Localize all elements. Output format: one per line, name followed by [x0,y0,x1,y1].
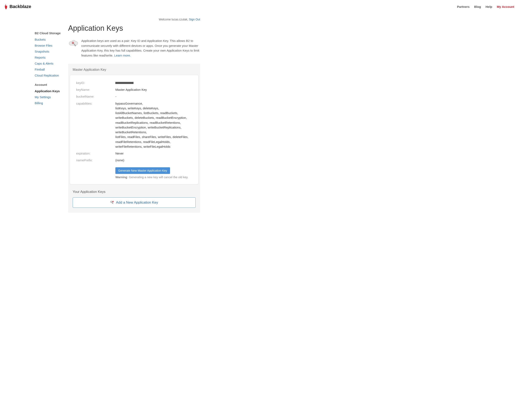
keys-panel: Master Application Key keyID: keyName: M… [68,64,200,213]
intro-block: Application keys are used as a pair: Key… [68,38,200,58]
master-key-title: Master Application Key [68,68,200,75]
label-name-prefix: namePrefix: [76,158,115,163]
value-bucket-name: - [115,94,192,99]
sidebar-title-storage: B2 Cloud Storage [35,31,64,35]
warning-body: : Generating a new key will cancel the o… [127,176,188,179]
label-capabilities: capabilities: [76,101,115,149]
sign-out-link[interactable]: Sign Out [189,18,200,21]
label-bucket-name: bucketName: [76,94,115,99]
sidebar-item-snapshots[interactable]: Snapshots [35,50,64,53]
sidebar-item-browse-files[interactable]: Browse Files [35,44,64,47]
key-id-redacted [115,82,134,84]
value-capabilities: bypassGovernance, listKeys, writeKeys, d… [115,101,192,149]
nav-help[interactable]: Help [486,5,492,8]
sidebar-item-fireball[interactable]: Fireball [35,68,64,71]
label-key-id: keyID: [76,81,115,85]
page-title: Application Keys [68,24,200,33]
sidebar-title-account: Account [35,83,64,86]
sidebar-item-buckets[interactable]: Buckets [35,38,64,41]
logo[interactable]: Backblaze [4,4,31,9]
header: Backblaze Partners Blog Help My Account [0,0,520,13]
key-cloud-icon [68,38,78,49]
sidebar-item-my-settings[interactable]: My Settings [35,95,64,99]
learn-more-link[interactable]: Learn more. [114,54,131,57]
logo-text: Backblaze [9,4,31,9]
generate-master-key-button[interactable]: Generate New Master Application Key [115,167,170,174]
nav-my-account[interactable]: My Account [497,5,514,8]
sidebar-item-application-keys[interactable]: Application Keys [35,89,64,93]
sidebar-item-billing[interactable]: Billing [35,101,64,105]
warning-text: Warning: Generating a new key will cance… [115,176,192,179]
sidebar-item-caps-alerts[interactable]: Caps & Alerts [35,62,64,65]
value-key-name: Master Application Key [115,87,192,92]
value-expiration: Never [115,151,192,156]
welcome-text: Welcome lucas.czulak, [159,18,189,21]
welcome-row: Welcome lucas.czulak, Sign Out [68,18,200,21]
master-key-card: keyID: keyName: Master Application Key b… [70,75,198,184]
nav-blog[interactable]: Blog [474,5,481,8]
your-keys-title: Your Application Keys [68,184,200,197]
intro-text: Application keys are used as a pair: Key… [81,39,199,57]
label-key-name: keyName: [76,87,115,92]
flame-icon [4,4,8,9]
label-expiration: expiration: [76,151,115,156]
nav-partners[interactable]: Partners [457,5,470,8]
main-content: Welcome lucas.czulak, Sign Out Applicati… [68,13,204,213]
warning-label: Warning [115,176,127,179]
sidebar: B2 Cloud Storage Buckets Browse Files Sn… [0,13,68,213]
value-name-prefix: (none) [115,158,192,163]
key-plus-icon [110,201,114,204]
sidebar-item-cloud-replication[interactable]: Cloud Replication [35,74,64,77]
sidebar-item-reports[interactable]: Reports [35,56,64,59]
add-key-label: Add a New Application Key [116,201,158,205]
top-nav: Partners Blog Help My Account [457,5,514,8]
add-application-key-button[interactable]: Add a New Application Key [73,197,196,208]
